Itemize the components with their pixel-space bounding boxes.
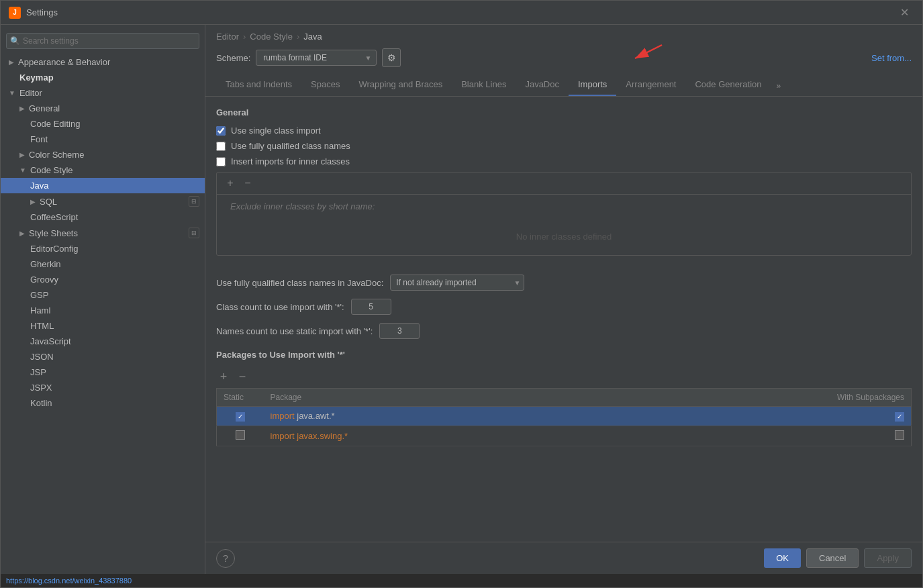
names-count-label: Names count to use static import with '*…: [216, 326, 373, 336]
sidebar-item-jspx[interactable]: JSPX: [1, 380, 205, 395]
sidebar-item-appearance[interactable]: ▶ Appearance & Behavior: [1, 54, 205, 70]
arrow-icon: ▶: [19, 105, 25, 112]
packages-add-btn[interactable]: +: [216, 369, 231, 384]
sidebar-item-label: Editor: [19, 88, 42, 98]
apply-button[interactable]: Apply: [864, 548, 912, 568]
names-count-input[interactable]: [379, 323, 420, 339]
sidebar-item-json[interactable]: JSON: [1, 349, 205, 364]
exclude-remove-btn[interactable]: −: [241, 177, 254, 190]
sidebar-item-font[interactable]: Font: [1, 132, 205, 147]
table-row[interactable]: import java.awt.*: [217, 407, 912, 426]
url-text: https://blog.csdn.net/weixin_43837880: [6, 577, 132, 585]
class-count-form-row: Class count to use import with '*':: [216, 299, 912, 315]
javadoc-label: Use fully qualified class names in JavaD…: [216, 278, 383, 288]
tab-imports[interactable]: Imports: [569, 74, 616, 96]
sidebar-item-code-editing[interactable]: Code Editing: [1, 116, 205, 132]
checkbox-insert-imports[interactable]: [216, 157, 226, 166]
scheme-select[interactable]: rumba format IDE: [256, 50, 377, 66]
col-package: Package: [264, 389, 811, 407]
sidebar: 🔍 ▶ Appearance & Behavior Keymap ▼ Edito…: [1, 25, 205, 574]
window-title: Settings: [26, 7, 895, 17]
exclude-input[interactable]: [224, 197, 904, 215]
close-button[interactable]: ✕: [895, 3, 914, 21]
arrow-icon: ▶: [30, 198, 36, 205]
checkbox-label-insert-imports[interactable]: Insert imports for inner classes: [231, 156, 350, 166]
cancel-button[interactable]: Cancel: [806, 548, 859, 568]
arrow-icon: ▶: [19, 230, 25, 237]
checkbox-label-fully-qualified[interactable]: Use fully qualified class names: [231, 141, 350, 151]
import-keyword: import: [271, 431, 295, 441]
exclude-add-btn[interactable]: +: [224, 177, 237, 190]
import-keyword: import: [271, 411, 295, 421]
sidebar-item-javascript[interactable]: JavaScript: [1, 334, 205, 349]
javadoc-select[interactable]: If not already imported Always Never: [390, 275, 524, 291]
sidebar-item-code-style[interactable]: ▼ Code Style: [1, 162, 205, 178]
sidebar-item-editorconfig[interactable]: EditorConfig: [1, 241, 205, 256]
sidebar-item-gsp[interactable]: GSP: [1, 287, 205, 303]
exclude-toolbar: + −: [217, 173, 911, 195]
help-button[interactable]: ?: [216, 549, 235, 568]
tab-code-generation[interactable]: Code Generation: [685, 74, 771, 96]
sidebar-item-sql[interactable]: ▶ SQL ⊟: [1, 193, 205, 209]
static-checkbox-checked[interactable]: [236, 412, 245, 422]
static-checkbox-unchecked[interactable]: [236, 430, 245, 440]
table-row[interactable]: import javax.swing.*: [217, 426, 912, 446]
db-icon: ⊟: [189, 196, 199, 207]
tab-arrangement[interactable]: Arrangement: [616, 74, 685, 96]
sidebar-item-label: Kotlin: [30, 398, 52, 408]
exclude-box: + − No inner classes defined: [216, 172, 912, 256]
checkbox-fully-qualified[interactable]: [216, 142, 226, 151]
sidebar-item-label: JSP: [30, 367, 46, 377]
static-cell: [217, 426, 264, 446]
tab-spaces[interactable]: Spaces: [301, 74, 349, 96]
sidebar-item-label: Java: [30, 181, 48, 191]
tab-tabs-indents[interactable]: Tabs and Indents: [216, 74, 301, 96]
sidebar-item-style-sheets[interactable]: ▶ Style Sheets ⊟: [1, 225, 205, 241]
tab-wrapping-braces[interactable]: Wrapping and Braces: [349, 74, 452, 96]
sidebar-item-editor[interactable]: ▼ Editor: [1, 85, 205, 101]
breadcrumb-java: Java: [303, 32, 322, 42]
ok-button[interactable]: OK: [764, 548, 801, 568]
tab-blank-lines[interactable]: Blank Lines: [452, 74, 516, 96]
red-arrow-annotation: [595, 38, 675, 72]
tab-javadoc[interactable]: JavaDoc: [516, 74, 569, 96]
packages-remove-btn[interactable]: −: [235, 369, 250, 384]
packages-toolbar: + −: [216, 365, 912, 388]
package-name: import javax.swing.*: [271, 431, 348, 441]
checkbox-label-single-class[interactable]: Use single class import: [231, 126, 321, 136]
sidebar-item-label: Haml: [30, 305, 50, 315]
sidebar-item-html[interactable]: HTML: [1, 318, 205, 334]
set-from-link[interactable]: Set from...: [871, 53, 912, 63]
arrow-icon: ▶: [19, 151, 25, 158]
sidebar-item-java[interactable]: Java: [1, 178, 205, 193]
svg-line-1: [635, 45, 662, 58]
packages-section: Packages to Use Import with '*' + − Stat…: [216, 350, 912, 446]
packages-title: Packages to Use Import with '*': [216, 350, 912, 360]
gear-button[interactable]: ⚙: [382, 48, 401, 67]
sidebar-item-kotlin[interactable]: Kotlin: [1, 395, 205, 411]
sidebar-item-gherkin[interactable]: Gherkin: [1, 256, 205, 272]
sidebar-item-color-scheme[interactable]: ▶ Color Scheme: [1, 147, 205, 162]
main-panel: Editor › Code Style › Java Scheme: rumba…: [205, 25, 922, 574]
sidebar-item-haml[interactable]: Haml: [1, 303, 205, 318]
package-cell: import java.awt.*: [264, 407, 811, 426]
breadcrumb-code-style: Code Style: [250, 32, 293, 42]
checkbox-single-class-import[interactable]: [216, 126, 226, 136]
breadcrumb-sep2: ›: [297, 32, 299, 42]
breadcrumb: Editor › Code Style › Java: [205, 25, 922, 42]
sidebar-item-coffeescript[interactable]: CoffeeScript: [1, 209, 205, 225]
sidebar-item-jsp[interactable]: JSP: [1, 364, 205, 380]
sidebar-item-label: General: [29, 103, 60, 113]
tab-more[interactable]: »: [771, 76, 787, 96]
class-count-input[interactable]: [351, 299, 391, 315]
sidebar-item-keymap[interactable]: Keymap: [1, 70, 205, 85]
exclude-input-wrap: [217, 195, 911, 218]
with-subpkg-checkbox-unchecked[interactable]: [895, 430, 904, 440]
bottom-buttons: OK Cancel Apply: [764, 548, 912, 568]
sidebar-item-general[interactable]: ▶ General: [1, 101, 205, 116]
sidebar-item-label: Groovy: [30, 275, 58, 285]
db-icon2: ⊟: [189, 228, 199, 238]
with-subpkg-checkbox-checked[interactable]: [895, 412, 904, 422]
sidebar-item-groovy[interactable]: Groovy: [1, 272, 205, 287]
search-input[interactable]: [6, 33, 199, 49]
